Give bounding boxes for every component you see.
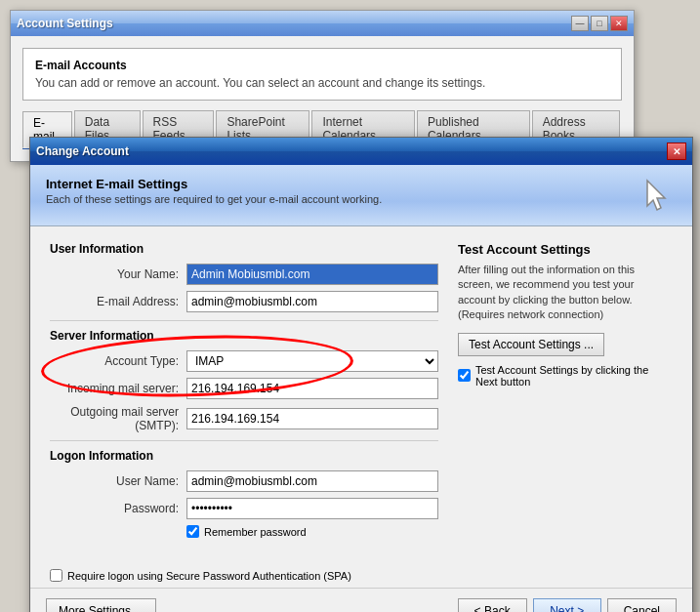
email-accounts-box: E-mail Accounts You can add or remove an… xyxy=(22,48,622,101)
outgoing-mail-label: Outgoing mail server (SMTP): xyxy=(50,405,186,432)
remember-password-checkbox-row: Remember password xyxy=(186,525,307,538)
ca-left-column: User Information Your Name: E-mail Addre… xyxy=(50,242,438,548)
ca-sub-title: Each of these settings are required to g… xyxy=(46,193,382,205)
ca-footer: More Settings ... < Back Next > Cancel xyxy=(30,588,692,612)
email-address-label: E-mail Address: xyxy=(50,295,186,308)
ca-header: Internet E-mail Settings Each of these s… xyxy=(30,165,692,226)
require-spa-row: Require logon using Secure Password Auth… xyxy=(30,563,692,588)
your-name-row: Your Name: xyxy=(50,264,438,285)
user-info-section-title: User Information xyxy=(50,242,438,256)
test-by-next-label: Test Account Settings by clicking the Ne… xyxy=(475,364,673,388)
account-type-select[interactable]: IMAP xyxy=(186,350,438,372)
next-button[interactable]: Next > xyxy=(533,598,601,612)
account-type-row: Account Type: IMAP xyxy=(50,350,438,372)
change-account-window: Change Account ✕ Internet E-mail Setting… xyxy=(29,137,693,612)
minimize-button[interactable]: — xyxy=(571,16,589,31)
back-button[interactable]: < Back xyxy=(458,598,527,612)
outgoing-mail-row: Outgoing mail server (SMTP): xyxy=(50,405,438,432)
change-account-title: Change Account xyxy=(36,144,129,158)
email-accounts-desc: You can add or remove an account. You ca… xyxy=(35,76,609,90)
ca-right-column: Test Account Settings After filling out … xyxy=(458,242,673,548)
cancel-button[interactable]: Cancel xyxy=(607,598,677,612)
password-input[interactable] xyxy=(186,498,438,519)
account-settings-titlebar: Account Settings — □ ✕ xyxy=(11,11,634,36)
ca-footer-right: < Back Next > Cancel xyxy=(458,598,677,612)
email-address-input[interactable] xyxy=(186,291,438,312)
ca-footer-left: More Settings ... xyxy=(46,598,156,612)
ca-body: User Information Your Name: E-mail Addre… xyxy=(30,226,692,563)
change-account-titlebar: Change Account ✕ xyxy=(30,138,692,165)
ca-main-title: Internet E-mail Settings xyxy=(46,177,382,191)
logon-username-label: User Name: xyxy=(50,474,186,488)
password-row: Password: xyxy=(50,498,438,519)
remember-password-label: Remember password xyxy=(204,526,307,538)
test-section-desc: After filling out the information on thi… xyxy=(458,263,673,323)
maximize-button[interactable]: □ xyxy=(591,16,608,31)
password-label: Password: xyxy=(50,502,186,515)
titlebar-controls: — □ ✕ xyxy=(571,16,628,31)
email-accounts-title: E-mail Accounts xyxy=(35,59,609,72)
incoming-mail-label: Incoming mail server: xyxy=(50,382,186,395)
email-address-row: E-mail Address: xyxy=(50,291,438,312)
ca-close-button[interactable]: ✕ xyxy=(667,143,686,160)
account-type-label: Account Type: xyxy=(50,354,186,368)
test-by-next-checkbox[interactable] xyxy=(458,369,471,382)
your-name-input[interactable] xyxy=(186,264,438,285)
require-spa-checkbox[interactable] xyxy=(50,569,62,582)
close-button[interactable]: ✕ xyxy=(610,16,628,31)
test-account-settings-button[interactable]: Test Account Settings ... xyxy=(458,333,604,356)
logon-username-row: User Name: xyxy=(50,470,438,492)
incoming-mail-row: Incoming mail server: xyxy=(50,378,438,399)
more-settings-button[interactable]: More Settings ... xyxy=(46,598,156,612)
test-section-title: Test Account Settings xyxy=(458,242,673,257)
ca-header-text: Internet E-mail Settings Each of these s… xyxy=(46,177,382,205)
outgoing-mail-input[interactable] xyxy=(186,408,438,429)
incoming-mail-input[interactable] xyxy=(186,378,438,399)
remember-password-checkbox[interactable] xyxy=(186,525,199,538)
cursor-icon xyxy=(638,177,677,216)
logon-username-input[interactable] xyxy=(186,470,438,492)
server-info-section-title: Server Information xyxy=(50,329,438,343)
ca-columns: User Information Your Name: E-mail Addre… xyxy=(50,242,673,548)
logon-info-section-title: Logon Information xyxy=(50,449,438,463)
account-settings-title: Account Settings xyxy=(17,17,113,30)
your-name-label: Your Name: xyxy=(50,267,186,281)
require-spa-label: Require logon using Secure Password Auth… xyxy=(67,570,351,582)
remember-password-row: Remember password xyxy=(50,525,438,542)
test-by-next-row: Test Account Settings by clicking the Ne… xyxy=(458,364,673,388)
